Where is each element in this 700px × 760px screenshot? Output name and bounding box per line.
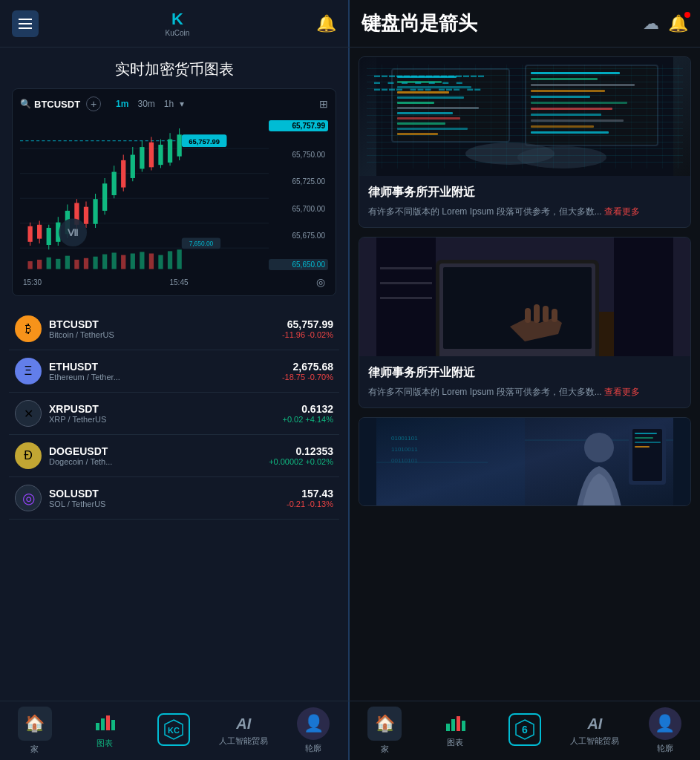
svg-rect-67 xyxy=(397,81,442,83)
nav-item-profile-right[interactable]: 👤 轮廓 xyxy=(630,701,700,760)
nav-item-profile-left[interactable]: 👤 轮廓 xyxy=(278,701,348,760)
svg-rect-128 xyxy=(446,724,450,731)
list-item[interactable]: Ξ ETHUSDT Ethereum / Tether... 2,675.68 … xyxy=(9,350,339,393)
coin-change: -11.96 -0.02% xyxy=(282,330,333,339)
svg-rect-87 xyxy=(531,114,601,116)
notification-dot xyxy=(684,12,690,18)
price-low: 65,650.00 xyxy=(269,259,328,270)
svg-rect-48 xyxy=(102,255,107,269)
list-item[interactable]: ₿ BTCUSDT Bitcoin / TetherUS 65,757.99 -… xyxy=(9,308,339,350)
nav-item-chart-left[interactable]: 图表 xyxy=(70,707,140,755)
nav-item-six-right[interactable]: 6 xyxy=(490,707,560,755)
chart-title: 实时加密货币图表 xyxy=(12,59,336,79)
btc-logo: ₿ xyxy=(15,315,42,342)
svg-rect-129 xyxy=(451,719,455,731)
time-dropdown[interactable]: ▾ xyxy=(180,97,184,111)
news-card-3: 01001101 11010011 00110101 xyxy=(359,417,691,506)
svg-rect-125 xyxy=(111,720,115,730)
svg-rect-51 xyxy=(131,254,135,269)
coin-symbol: XRPUSDT xyxy=(49,403,275,415)
coin-info: XRPUSDT XRP / TetherUS xyxy=(49,403,275,424)
svg-rect-105 xyxy=(380,282,432,284)
svg-rect-118 xyxy=(635,433,657,434)
coin-price: 157.43 xyxy=(287,488,333,499)
svg-rect-123 xyxy=(101,718,105,730)
svg-text:Ⅶ: Ⅶ xyxy=(67,228,79,238)
notification-icon[interactable]: 🔔 xyxy=(668,14,688,33)
candlestick-chart: Ⅶ 65,757.99 7,650.00 65,757.99 65,750.00 xyxy=(20,117,328,273)
read-more-link-2[interactable]: 查看更多 xyxy=(604,387,640,397)
news-card-2: 律师事务所开业附近 有许多不同版本的 Lorem Ipsum 段落可供参考，但大… xyxy=(359,237,691,408)
coin-symbol: DOGEUSDT xyxy=(49,445,261,457)
svg-rect-122 xyxy=(96,723,99,730)
svg-point-92 xyxy=(517,146,606,168)
svg-rect-80 xyxy=(531,72,620,74)
read-more-link-1[interactable]: 查看更多 xyxy=(604,206,640,217)
hamburger-button[interactable] xyxy=(12,10,39,37)
svg-rect-75 xyxy=(397,122,445,125)
time-1h-button[interactable]: 1h xyxy=(161,97,177,111)
svg-rect-63 xyxy=(376,57,673,176)
nav-label-home: 家 xyxy=(30,744,39,755)
svg-text:11010011: 11010011 xyxy=(391,446,418,453)
svg-rect-73 xyxy=(397,112,453,114)
profile-icon-right: 👤 xyxy=(649,707,681,740)
nav-item-chart-right[interactable]: 图表 xyxy=(419,707,489,754)
svg-rect-130 xyxy=(457,716,460,731)
svg-point-91 xyxy=(465,142,555,165)
coin-change: -0.21 -0.13% xyxy=(287,499,333,508)
chart-canvas: Ⅶ 65,757.99 7,650.00 xyxy=(20,117,269,273)
target-icon[interactable]: ◎ xyxy=(316,276,325,288)
coin-price-area: 65,757.99 -11.96 -0.02% xyxy=(282,318,333,339)
list-item[interactable]: Ð DOGEUSDT Dogecoin / Teth... 0.12353 +0… xyxy=(9,435,339,477)
svg-rect-84 xyxy=(531,96,590,98)
add-pair-button[interactable]: + xyxy=(86,96,101,111)
coin-info: ETHUSDT Ethereum / Tether... xyxy=(49,361,275,381)
coin-price-area: 0.6132 +0.02 +4.14% xyxy=(282,403,333,424)
svg-rect-49 xyxy=(112,252,117,269)
chart-icon-right xyxy=(445,713,465,734)
nav-label-profile: 轮廓 xyxy=(305,743,321,754)
chart-icon xyxy=(94,712,115,735)
coin-change: +0.00002 +0.02% xyxy=(269,457,333,466)
search-icon: 🔍 xyxy=(20,99,31,109)
price-4: 65,700.00 xyxy=(269,205,328,213)
svg-rect-77 xyxy=(397,133,438,135)
logo-text: KuCoin xyxy=(166,29,190,37)
trading-pair[interactable]: 🔍 BTCUSDT xyxy=(20,99,80,110)
nav-item-home-left[interactable]: 🏠 家 xyxy=(0,701,70,760)
chart-section: 实时加密货币图表 🔍 BTCUSDT + 1m 30m 1h ▾ ⊞ xyxy=(0,48,348,308)
svg-rect-64 xyxy=(391,68,510,142)
coin-pair: XRP / TetherUS xyxy=(49,415,275,424)
chart-settings-icon[interactable]: ⊞ xyxy=(319,98,328,110)
bottom-nav: 🏠 家 图表 KC xyxy=(0,701,700,760)
svg-rect-97 xyxy=(443,267,592,349)
price-2: 65,750.00 xyxy=(269,151,328,159)
coin-price-area: 157.43 -0.21 -0.13% xyxy=(287,488,333,508)
coin-price: 0.6132 xyxy=(282,403,333,415)
svg-rect-54 xyxy=(158,255,163,269)
svg-rect-42 xyxy=(47,258,51,269)
news-content-1: 律师事务所开业附近 有许多不同版本的 Lorem Ipsum 段落可供参考，但大… xyxy=(359,176,690,227)
svg-text:KC: KC xyxy=(169,726,180,735)
list-item[interactable]: ✕ XRPUSDT XRP / TetherUS 0.6132 +0.02 +4… xyxy=(9,393,339,435)
svg-rect-98 xyxy=(525,308,531,323)
svg-rect-68 xyxy=(397,86,471,88)
nav-item-home-right[interactable]: 🏠 家 xyxy=(350,701,419,760)
time-1m-button[interactable]: 1m xyxy=(113,97,131,111)
nav-item-kc-left[interactable]: KC xyxy=(140,707,209,755)
page-title: 键盘尚是箭头 xyxy=(362,10,643,36)
svg-rect-83 xyxy=(531,90,605,92)
nav-item-ai-right[interactable]: AI 人工智能贸易 xyxy=(560,710,629,753)
bell-icon[interactable]: 🔔 xyxy=(316,14,336,33)
list-item[interactable]: ◎ SOLUSDT SOL / TetherUS 157.43 -0.21 -0… xyxy=(9,477,339,520)
nav-item-ai-left[interactable]: AI 人工智能贸易 xyxy=(209,710,278,753)
svg-rect-101 xyxy=(552,309,557,322)
svg-rect-117 xyxy=(632,429,662,481)
cloud-icon[interactable]: ☁ xyxy=(643,14,659,33)
coin-price: 65,757.99 xyxy=(282,318,333,330)
top-right-icons: ☁ 🔔 xyxy=(643,14,688,33)
svg-rect-85 xyxy=(531,102,627,104)
time-30m-button[interactable]: 30m xyxy=(134,97,157,111)
svg-rect-78 xyxy=(525,65,658,146)
